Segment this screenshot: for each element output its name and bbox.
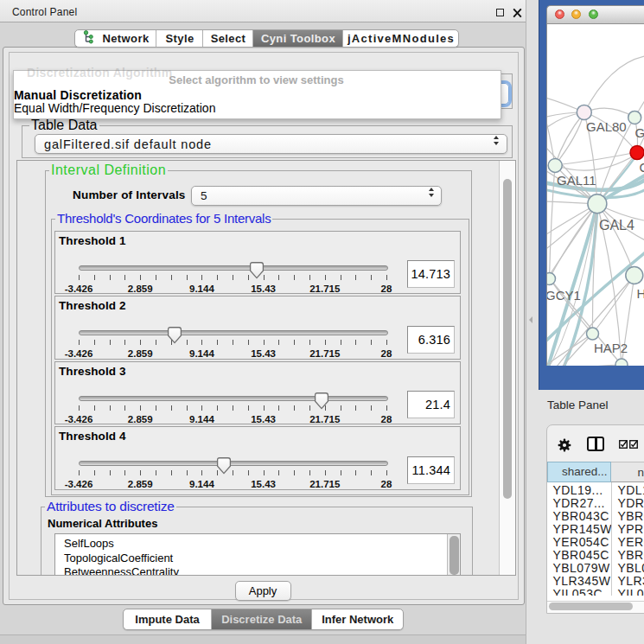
svg-text:GAL11: GAL11	[557, 173, 596, 188]
svg-text:C: C	[640, 160, 644, 175]
svg-text:GAL80: GAL80	[586, 119, 627, 134]
svg-text:GAL4: GAL4	[599, 218, 634, 233]
svg-text:H: H	[637, 286, 644, 301]
svg-text:GCY1: GCY1	[547, 288, 581, 303]
svg-text:G..: G..	[635, 124, 644, 139]
svg-text:HAP2: HAP2	[594, 341, 628, 355]
